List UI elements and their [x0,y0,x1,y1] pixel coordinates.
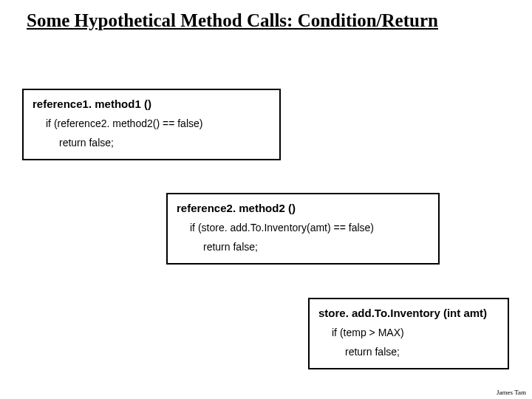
code-box-1: reference1. method1 () if (reference2. m… [22,89,281,160]
slide-title: Some Hypothetical Method Calls: Conditio… [27,10,438,31]
box1-signature: reference1. method1 () [33,98,270,110]
code-box-2: reference2. method2 () if (store. add.To… [166,193,440,265]
box2-return: return false; [203,241,429,253]
footer-author: James Tam [497,389,526,396]
box3-return: return false; [345,346,499,358]
box2-signature: reference2. method2 () [177,202,429,214]
box1-condition: if (reference2. method2() == false) [46,117,270,129]
box2-condition: if (store. add.To.Inventory(amt) == fals… [190,222,429,233]
box1-return: return false; [59,137,270,149]
box3-signature: store. add.To.Inventory (int amt) [318,307,499,319]
box3-condition: if (temp > MAX) [332,327,499,338]
code-box-3: store. add.To.Inventory (int amt) if (te… [308,298,509,369]
